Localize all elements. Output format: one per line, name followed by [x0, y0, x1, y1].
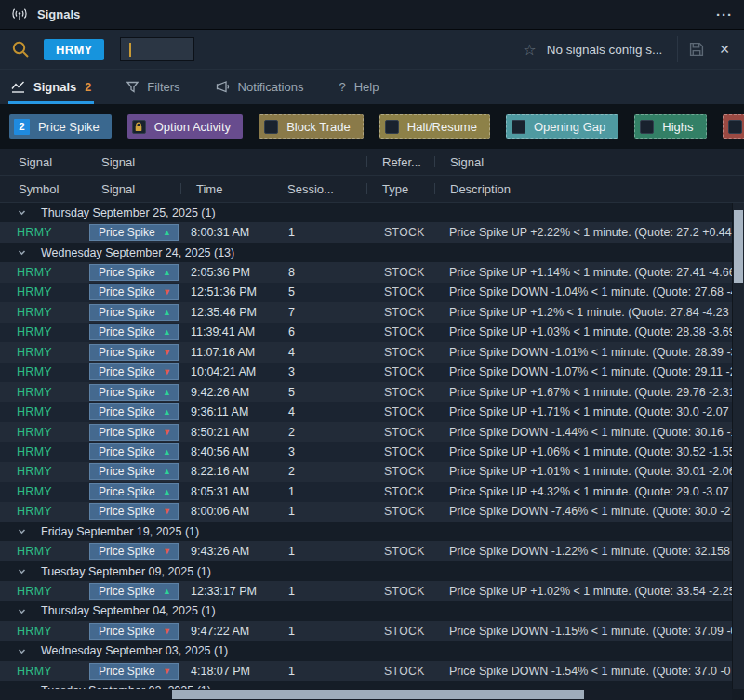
column-header-session[interactable]: Sessio...: [272, 176, 367, 202]
search-bar: HRMY ☆ No signals config s... ✕: [0, 30, 744, 69]
signal-row[interactable]: HRMYPrice Spike▼11:07:16 AM4STOCKPrice S…: [0, 342, 744, 362]
symbol-cell: HRMY: [0, 386, 86, 399]
signal-row[interactable]: HRMYPrice Spike▲8:05:31 AM1STOCKPrice Sp…: [0, 482, 744, 501]
chevron-down-icon[interactable]: [17, 526, 27, 536]
arrow-down-icon: ▼: [163, 627, 171, 636]
signal-row[interactable]: HRMYPrice Spike▼9:43:26 AM1STOCKPrice Sp…: [0, 541, 744, 561]
description-cell: Price Spike DOWN -1.44% < 1 minute. (Quo…: [435, 426, 744, 439]
signal-row[interactable]: HRMYPrice Spike▲9:36:11 AM4STOCKPrice Sp…: [0, 402, 744, 421]
tab-help[interactable]: ? Help: [339, 70, 379, 104]
arrow-up-icon: ▲: [163, 587, 171, 596]
chevron-down-icon[interactable]: [17, 606, 27, 616]
vertical-scrollbar[interactable]: [732, 203, 744, 689]
signal-badge-label: Price Spike: [99, 386, 155, 399]
signal-row[interactable]: HRMYPrice Spike▲12:33:17 PM1STOCKPrice S…: [0, 581, 744, 601]
session-cell: 7: [272, 306, 367, 319]
star-icon[interactable]: ☆: [523, 41, 536, 59]
group-row[interactable]: Wednesday September 03, 2025 (1): [0, 641, 744, 661]
signal-row[interactable]: HRMYPrice Spike▲8:40:56 AM3STOCKPrice Sp…: [0, 442, 744, 461]
signal-row[interactable]: HRMYPrice Spike▼8:00:06 AM1STOCKPrice Sp…: [0, 502, 744, 522]
divider: [677, 36, 678, 62]
close-icon[interactable]: ✕: [719, 42, 730, 57]
signal-row[interactable]: HRMYPrice Spike▲2:05:36 PM8STOCKPrice Sp…: [0, 262, 744, 282]
session-cell: 5: [272, 386, 367, 399]
column-header-type[interactable]: Type: [367, 176, 435, 202]
symbol-chip[interactable]: HRMY: [44, 39, 104, 60]
filter-chip-block-trade[interactable]: Block Trade: [259, 114, 364, 139]
horizontal-scrollbar[interactable]: [0, 689, 732, 700]
time-cell: 8:50:21 AM: [181, 426, 272, 439]
filter-chip-lows[interactable]: Lows: [723, 114, 744, 139]
filter-chip-opening-gap[interactable]: Opening Gap: [506, 114, 618, 139]
description-cell: Price Spike UP +1.01% < 1 minute. (Quote…: [435, 465, 744, 478]
type-cell: STOCK: [367, 445, 435, 458]
signal-badge: Price Spike▼: [89, 543, 179, 560]
group-header-cell[interactable]: Signal: [86, 149, 367, 175]
search-input-field[interactable]: [121, 38, 193, 60]
signal-row[interactable]: HRMYPrice Spike▲8:00:31 AM1STOCKPrice Sp…: [0, 222, 744, 242]
column-header-symbol[interactable]: Symbol: [0, 176, 86, 202]
chevron-down-icon[interactable]: [17, 566, 27, 576]
arrow-down-icon: ▼: [163, 428, 171, 437]
filter-chip-price-spike[interactable]: 2Price Spike: [9, 114, 112, 139]
chevron-down-icon[interactable]: [17, 207, 27, 218]
tab-notifications[interactable]: Notifications: [216, 70, 304, 104]
filter-label: Block Trade: [286, 120, 351, 134]
type-cell: STOCK: [367, 485, 435, 498]
description-cell: Price Spike DOWN -1.15% < 1 minute. (Quo…: [435, 625, 744, 638]
chevron-down-icon[interactable]: [17, 646, 27, 656]
save-icon[interactable]: [689, 42, 704, 57]
time-cell: 9:36:11 AM: [181, 405, 272, 418]
group-header-cell[interactable]: Signal: [0, 149, 86, 175]
arrow-up-icon: ▲: [163, 228, 171, 237]
search-icon: [11, 40, 30, 59]
tab-filters[interactable]: Filters: [126, 70, 179, 104]
horizontal-scrollbar-thumb[interactable]: [172, 690, 584, 699]
signal-row[interactable]: HRMYPrice Spike▼8:50:21 AM2STOCKPrice Sp…: [0, 422, 744, 442]
symbol-search-input[interactable]: [120, 37, 194, 61]
group-date-label: Thursday September 25, 2025 (1): [41, 206, 216, 219]
signal-row[interactable]: HRMYPrice Spike▼9:47:22 AM1STOCKPrice Sp…: [0, 621, 744, 641]
group-row[interactable]: Wednesday September 24, 2025 (13): [0, 243, 744, 262]
time-cell: 9:42:26 AM: [181, 386, 272, 399]
group-row[interactable]: Friday September 19, 2025 (1): [0, 522, 744, 541]
signal-row[interactable]: HRMYPrice Spike▲11:39:41 AM6STOCKPrice S…: [0, 323, 744, 342]
type-cell: STOCK: [367, 585, 435, 598]
filter-chip-halt-resume[interactable]: Halt/Resume: [379, 114, 490, 139]
tab-signals[interactable]: Signals 2: [11, 70, 91, 104]
signal-badge: Price Spike▲: [89, 224, 179, 241]
symbol-cell: HRMY: [0, 445, 86, 458]
checkbox-icon: [264, 120, 278, 134]
arrow-up-icon: ▲: [163, 327, 171, 337]
description-cell: Price Spike UP +1.03% < 1 minute. (Quote…: [435, 325, 744, 338]
signal-row[interactable]: HRMYPrice Spike▲8:22:16 AM2STOCKPrice Sp…: [0, 462, 744, 482]
filter-chip-option-activity[interactable]: Option Activity: [127, 114, 243, 139]
column-header-description[interactable]: Description: [435, 176, 744, 202]
column-header-signal[interactable]: Signal: [86, 176, 181, 202]
signal-row[interactable]: HRMYPrice Spike▼10:04:21 AM3STOCKPrice S…: [0, 363, 744, 382]
description-cell: Price Spike UP +1.02% < 1 minute. (Quote…: [435, 585, 744, 598]
group-row[interactable]: Thursday September 25, 2025 (1): [0, 203, 744, 222]
arrow-up-icon: ▲: [163, 447, 171, 456]
type-cell: STOCK: [367, 365, 435, 378]
signal-row[interactable]: HRMYPrice Spike▲9:42:26 AM5STOCKPrice Sp…: [0, 382, 744, 402]
column-header-time[interactable]: Time: [181, 176, 272, 202]
signal-badge-label: Price Spike: [99, 346, 155, 359]
signal-row[interactable]: HRMYPrice Spike▼4:18:07 PM1STOCKPrice Sp…: [0, 661, 744, 680]
group-header-cell[interactable]: Refer...: [367, 149, 435, 175]
signal-row[interactable]: HRMYPrice Spike▼12:51:36 PM5STOCKPrice S…: [0, 283, 744, 302]
filter-chip-highs[interactable]: Highs: [634, 114, 706, 139]
signals-window: Signals ··· HRMY ☆ No signals config s..…: [0, 0, 744, 700]
group-date-label: Thursday September 04, 2025 (1): [41, 604, 216, 617]
tab-label: Filters: [147, 80, 179, 94]
config-group: ☆ No signals config s... ✕: [523, 36, 733, 62]
signal-row[interactable]: HRMYPrice Spike▲12:35:46 PM7STOCKPrice S…: [0, 302, 744, 322]
session-cell: 1: [272, 625, 367, 638]
group-header-cell[interactable]: Signal: [435, 149, 744, 175]
window-menu-icon[interactable]: ···: [716, 7, 733, 22]
window-title: Signals: [37, 7, 80, 21]
group-row[interactable]: Tuesday September 09, 2025 (1): [0, 561, 744, 581]
vertical-scrollbar-thumb[interactable]: [734, 210, 743, 283]
chevron-down-icon[interactable]: [17, 247, 27, 258]
group-row[interactable]: Thursday September 04, 2025 (1): [0, 601, 744, 621]
